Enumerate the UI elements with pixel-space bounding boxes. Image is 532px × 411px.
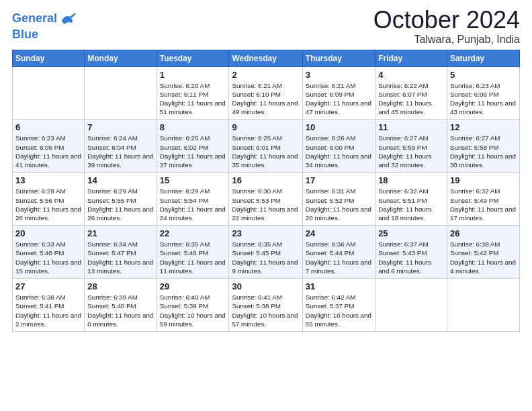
day-number: 3: [306, 70, 372, 80]
day-info: Sunrise: 6:25 AMSunset: 6:02 PMDaylight:…: [160, 134, 226, 169]
calendar-cell: [13, 66, 85, 120]
calendar-cell: 9Sunrise: 6:25 AMSunset: 6:01 PMDaylight…: [229, 120, 302, 173]
weekday-header-friday: Friday: [375, 50, 447, 66]
header: General Blue October 2024 Talwara, Punja…: [12, 7, 520, 46]
day-info: Sunrise: 6:41 AMSunset: 5:38 PMDaylight:…: [232, 293, 299, 328]
calendar-cell: 14Sunrise: 6:29 AMSunset: 5:55 PMDayligh…: [85, 173, 157, 226]
calendar-cell: 31Sunrise: 6:42 AMSunset: 5:37 PMDayligh…: [302, 279, 375, 332]
day-number: 28: [87, 281, 153, 291]
day-info: Sunrise: 6:27 AMSunset: 5:58 PMDaylight:…: [450, 134, 517, 169]
day-info: Sunrise: 6:39 AMSunset: 5:40 PMDaylight:…: [87, 293, 153, 328]
calendar-cell: 3Sunrise: 6:21 AMSunset: 6:09 PMDaylight…: [302, 66, 375, 120]
calendar-cell: 13Sunrise: 6:28 AMSunset: 5:56 PMDayligh…: [13, 173, 85, 226]
calendar-week-row: 13Sunrise: 6:28 AMSunset: 5:56 PMDayligh…: [13, 173, 520, 226]
calendar-cell: 23Sunrise: 6:35 AMSunset: 5:45 PMDayligh…: [229, 226, 302, 279]
calendar-week-row: 20Sunrise: 6:33 AMSunset: 5:48 PMDayligh…: [13, 226, 520, 279]
day-info: Sunrise: 6:32 AMSunset: 5:49 PMDaylight:…: [450, 187, 517, 222]
day-number: 1: [160, 70, 226, 80]
weekday-header-thursday: Thursday: [302, 50, 375, 66]
day-info: Sunrise: 6:35 AMSunset: 5:46 PMDaylight:…: [160, 240, 226, 275]
day-number: 12: [450, 122, 517, 132]
day-number: 6: [15, 122, 81, 132]
day-info: Sunrise: 6:21 AMSunset: 6:09 PMDaylight:…: [306, 81, 372, 117]
day-number: 19: [450, 175, 517, 185]
calendar-week-row: 27Sunrise: 6:38 AMSunset: 5:41 PMDayligh…: [13, 279, 520, 332]
calendar-cell: 17Sunrise: 6:31 AMSunset: 5:52 PMDayligh…: [302, 173, 375, 226]
day-info: Sunrise: 6:22 AMSunset: 6:07 PMDaylight:…: [378, 81, 444, 117]
day-info: Sunrise: 6:20 AMSunset: 6:11 PMDaylight:…: [160, 81, 226, 117]
day-info: Sunrise: 6:27 AMSunset: 5:59 PMDaylight:…: [378, 134, 444, 169]
calendar-cell: 4Sunrise: 6:22 AMSunset: 6:07 PMDaylight…: [375, 66, 447, 120]
day-info: Sunrise: 6:31 AMSunset: 5:52 PMDaylight:…: [306, 187, 372, 222]
day-number: 26: [450, 228, 517, 238]
day-number: 5: [450, 70, 517, 80]
day-number: 10: [306, 122, 372, 132]
day-number: 11: [378, 122, 444, 132]
calendar-cell: 10Sunrise: 6:26 AMSunset: 6:00 PMDayligh…: [302, 120, 375, 173]
day-number: 4: [378, 70, 444, 80]
subtitle: Talwara, Punjab, India: [373, 34, 520, 46]
day-number: 22: [160, 228, 226, 238]
day-info: Sunrise: 6:42 AMSunset: 5:37 PMDaylight:…: [306, 293, 372, 328]
day-number: 23: [232, 228, 299, 238]
day-info: Sunrise: 6:38 AMSunset: 5:42 PMDaylight:…: [450, 240, 517, 275]
calendar-cell: [447, 279, 519, 332]
day-number: 24: [306, 228, 372, 238]
logo-text: General: [12, 12, 57, 26]
calendar-cell: 2Sunrise: 6:21 AMSunset: 6:10 PMDaylight…: [229, 66, 302, 120]
day-number: 30: [232, 281, 299, 291]
calendar-cell: 6Sunrise: 6:23 AMSunset: 6:05 PMDaylight…: [13, 120, 85, 173]
day-number: 13: [15, 175, 81, 185]
day-number: 25: [378, 228, 444, 238]
day-info: Sunrise: 6:36 AMSunset: 5:44 PMDaylight:…: [306, 240, 372, 275]
day-info: Sunrise: 6:21 AMSunset: 6:10 PMDaylight:…: [232, 81, 299, 117]
logo-bird-icon: [58, 9, 77, 28]
day-number: 29: [160, 281, 226, 291]
calendar-cell: 26Sunrise: 6:38 AMSunset: 5:42 PMDayligh…: [447, 226, 519, 279]
day-number: 8: [160, 122, 226, 132]
day-number: 16: [232, 175, 299, 185]
day-info: Sunrise: 6:23 AMSunset: 6:05 PMDaylight:…: [15, 134, 81, 169]
calendar-cell: 8Sunrise: 6:25 AMSunset: 6:02 PMDaylight…: [157, 120, 229, 173]
weekday-header-tuesday: Tuesday: [157, 50, 229, 66]
day-info: Sunrise: 6:30 AMSunset: 5:53 PMDaylight:…: [232, 187, 299, 222]
calendar-header-row: SundayMondayTuesdayWednesdayThursdayFrid…: [13, 50, 520, 66]
weekday-header-saturday: Saturday: [447, 50, 519, 66]
logo-line1: General: [12, 11, 57, 25]
calendar-cell: [85, 66, 157, 120]
calendar-week-row: 1Sunrise: 6:20 AMSunset: 6:11 PMDaylight…: [13, 66, 520, 120]
day-info: Sunrise: 6:34 AMSunset: 5:47 PMDaylight:…: [87, 240, 153, 275]
day-info: Sunrise: 6:28 AMSunset: 5:56 PMDaylight:…: [15, 187, 81, 222]
calendar-cell: 29Sunrise: 6:40 AMSunset: 5:39 PMDayligh…: [157, 279, 229, 332]
day-number: 14: [87, 175, 153, 185]
calendar-cell: 21Sunrise: 6:34 AMSunset: 5:47 PMDayligh…: [85, 226, 157, 279]
day-info: Sunrise: 6:38 AMSunset: 5:41 PMDaylight:…: [15, 293, 81, 328]
day-info: Sunrise: 6:26 AMSunset: 6:00 PMDaylight:…: [306, 134, 372, 169]
calendar-cell: 20Sunrise: 6:33 AMSunset: 5:48 PMDayligh…: [13, 226, 85, 279]
logo-line2-text: Blue: [12, 28, 38, 41]
calendar-cell: 18Sunrise: 6:32 AMSunset: 5:51 PMDayligh…: [375, 173, 447, 226]
calendar-week-row: 6Sunrise: 6:23 AMSunset: 6:05 PMDaylight…: [13, 120, 520, 173]
main-title: October 2024: [373, 7, 520, 34]
calendar-cell: 22Sunrise: 6:35 AMSunset: 5:46 PMDayligh…: [157, 226, 229, 279]
day-number: 17: [306, 175, 372, 185]
calendar-table: SundayMondayTuesdayWednesdayThursdayFrid…: [12, 50, 520, 332]
calendar-cell: 7Sunrise: 6:24 AMSunset: 6:04 PMDaylight…: [85, 120, 157, 173]
day-info: Sunrise: 6:40 AMSunset: 5:39 PMDaylight:…: [160, 293, 226, 328]
calendar-cell: 1Sunrise: 6:20 AMSunset: 6:11 PMDaylight…: [157, 66, 229, 120]
day-number: 27: [15, 281, 81, 291]
day-info: Sunrise: 6:29 AMSunset: 5:55 PMDaylight:…: [87, 187, 153, 222]
day-info: Sunrise: 6:24 AMSunset: 6:04 PMDaylight:…: [87, 134, 153, 169]
day-number: 31: [306, 281, 372, 291]
calendar-cell: 5Sunrise: 6:23 AMSunset: 6:06 PMDaylight…: [447, 66, 519, 120]
day-number: 15: [160, 175, 226, 185]
calendar-cell: 25Sunrise: 6:37 AMSunset: 5:43 PMDayligh…: [375, 226, 447, 279]
day-number: 2: [232, 70, 299, 80]
calendar-cell: 28Sunrise: 6:39 AMSunset: 5:40 PMDayligh…: [85, 279, 157, 332]
day-info: Sunrise: 6:32 AMSunset: 5:51 PMDaylight:…: [378, 187, 444, 222]
day-info: Sunrise: 6:35 AMSunset: 5:45 PMDaylight:…: [232, 240, 299, 275]
calendar-cell: 30Sunrise: 6:41 AMSunset: 5:38 PMDayligh…: [229, 279, 302, 332]
day-info: Sunrise: 6:29 AMSunset: 5:54 PMDaylight:…: [160, 187, 226, 222]
calendar-cell: 19Sunrise: 6:32 AMSunset: 5:49 PMDayligh…: [447, 173, 519, 226]
weekday-header-sunday: Sunday: [13, 50, 85, 66]
